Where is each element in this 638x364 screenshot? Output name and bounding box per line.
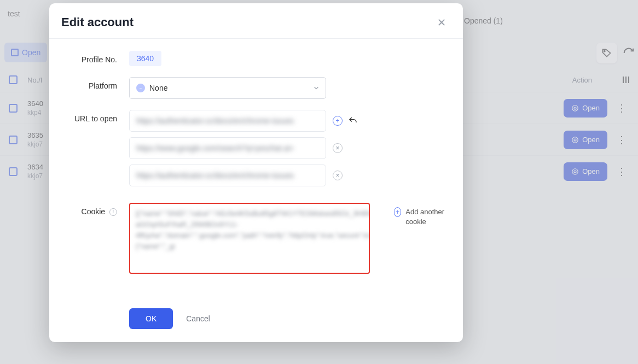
platform-none-icon [136, 84, 145, 92]
chevron-down-icon [312, 84, 320, 92]
cancel-button[interactable]: Cancel [186, 314, 210, 323]
platform-select[interactable]: None [129, 77, 326, 99]
url-input-1[interactable]: https://authenticator.cc/docs/en/chrome-… [129, 110, 326, 132]
info-icon[interactable]: ! [109, 208, 117, 216]
close-icon [437, 17, 446, 27]
ok-button[interactable]: OK [129, 308, 173, 329]
url-input-3[interactable]: https://authenticator.cc/docs/en/chrome-… [129, 165, 326, 186]
modal-title: Edit account [61, 15, 134, 30]
cookie-textarea[interactable]: [{"name":"SNID","value":"AEc5e4K5sBu85g8… [129, 203, 370, 274]
edit-account-modal: Edit account Profile No. 3640 Platform [49, 3, 463, 342]
label-profile-no: Profile No. [63, 51, 129, 64]
plus-icon: + [394, 207, 401, 217]
modal-overlay: Edit account Profile No. 3640 Platform [0, 0, 638, 364]
field-profile-no: Profile No. 3640 [63, 51, 449, 66]
undo-icon[interactable] [348, 116, 358, 126]
label-cookie: Cookie ! [63, 203, 129, 216]
platform-select-value: None [149, 84, 167, 92]
modal-body: Profile No. 3640 Platform None [49, 39, 463, 300]
label-platform: Platform [63, 77, 129, 90]
profile-no-value: 3640 [129, 51, 161, 66]
add-another-cookie-button[interactable]: + Add another cookie [394, 207, 449, 227]
remove-url-button[interactable]: × [333, 171, 343, 180]
field-cookie: Cookie ! [{"name":"SNID","value":"AEc5e4… [63, 203, 449, 274]
modal-header: Edit account [49, 3, 463, 39]
modal-close-button[interactable] [434, 15, 449, 30]
field-platform: Platform None [63, 77, 449, 99]
label-url-to-open: URL to open [63, 110, 129, 123]
field-url-to-open: URL to open https://authenticator.cc/doc… [63, 110, 449, 192]
remove-url-button[interactable]: × [333, 143, 343, 153]
add-url-button[interactable]: + [333, 116, 343, 126]
url-input-2[interactable]: https://www.google.com/search?q=yeschat.… [129, 137, 326, 159]
modal-footer: OK Cancel [49, 300, 463, 342]
add-cookie-label: Add another cookie [405, 207, 449, 227]
cookie-text: [{"name":"SNID","value":"AEc5e4K5sBu85g8… [136, 208, 363, 253]
